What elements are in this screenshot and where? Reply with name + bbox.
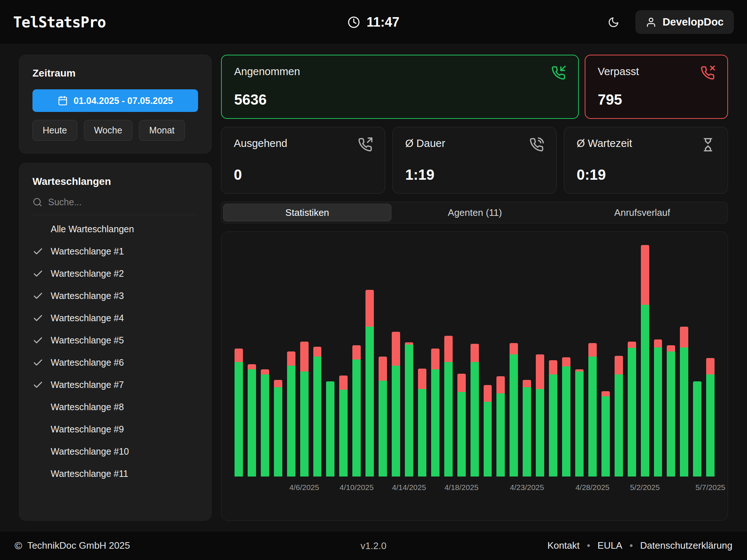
chart-bar-4/12/2025[interactable] <box>379 245 387 477</box>
chart-bar-5/6/2025[interactable] <box>693 245 701 477</box>
tab-agenten-11[interactable]: Agenten (11) <box>391 204 559 221</box>
chart-bar-4/9/2025[interactable] <box>339 245 348 477</box>
queue-item-9[interactable]: Warteschlange #9 <box>32 418 198 440</box>
footer-link-kontakt[interactable]: Kontakt <box>547 540 580 551</box>
queue-item-5[interactable]: Warteschlange #5 <box>32 329 198 351</box>
bar-segment-missed <box>379 357 387 381</box>
bar-segment-answered <box>667 351 675 477</box>
chart-bar-5/4/2025[interactable] <box>667 245 675 477</box>
calls-per-day-chart <box>235 245 715 477</box>
chart-bar-4/17/2025[interactable] <box>444 245 453 477</box>
chart-bar-4/1/2025[interactable] <box>235 245 243 477</box>
chart-bar-4/15/2025[interactable] <box>418 245 426 477</box>
footer-links: Kontakt•EULA•Datenschutzerklärung <box>547 540 732 551</box>
chart-bar-4/27/2025[interactable] <box>575 245 584 477</box>
preset-button-woche[interactable]: Woche <box>84 120 132 141</box>
x-axis-slot <box>418 482 426 496</box>
bar-segment-answered <box>484 402 492 477</box>
check-icon <box>32 268 43 279</box>
chart-bar-5/7/2025[interactable] <box>706 245 715 477</box>
chart-bar-4/22/2025[interactable] <box>510 245 518 477</box>
queue-item-4[interactable]: Warteschlange #4 <box>32 307 198 329</box>
queue-item-10[interactable]: Warteschlange #10 <box>32 440 198 463</box>
bar-segment-missed <box>418 369 426 389</box>
queue-item-3[interactable]: Warteschlange #3 <box>32 285 198 307</box>
stat-label-angenommen: Angenommen <box>234 66 300 78</box>
check-placeholder <box>32 224 43 235</box>
stat-label-verpasst: Verpasst <box>598 66 639 78</box>
separator-dot: • <box>587 540 590 551</box>
chart-bar-4/20/2025[interactable] <box>484 245 492 477</box>
date-range-button[interactable]: 01.04.2025 - 07.05.2025 <box>32 89 198 112</box>
chart-bar-4/23/2025[interactable] <box>523 245 531 477</box>
chart-bar-4/29/2025[interactable] <box>601 245 610 477</box>
chart-bar-4/26/2025[interactable] <box>562 245 570 477</box>
chart-bar-5/5/2025[interactable] <box>680 245 688 477</box>
clock-icon <box>348 16 360 28</box>
x-axis-slot <box>261 482 269 496</box>
x-axis-slot: 4/23/2025 <box>523 482 531 496</box>
bar-segment-missed <box>339 376 348 390</box>
queue-search-input[interactable] <box>48 197 198 207</box>
chart-bar-4/13/2025[interactable] <box>392 245 400 477</box>
queue-item-label: Warteschlange #6 <box>51 357 124 368</box>
chart-bar-4/14/2025[interactable] <box>405 245 413 477</box>
x-axis-slot: 4/28/2025 <box>588 482 597 496</box>
stat-label-wartezeit: Ø Wartezeit <box>577 137 632 149</box>
queue-item-8[interactable]: Warteschlange #8 <box>32 396 198 418</box>
bar-segment-missed <box>274 380 282 387</box>
queue-item-2[interactable]: Warteschlange #2 <box>32 262 198 285</box>
chart-bar-4/24/2025[interactable] <box>536 245 544 477</box>
user-menu-button[interactable]: DevelopDoc <box>635 10 734 34</box>
chart-bar-4/10/2025[interactable] <box>352 245 361 477</box>
chart-bar-4/6/2025[interactable] <box>300 245 309 477</box>
tab-anrufsverlauf[interactable]: Anrufsverlauf <box>558 204 726 221</box>
queue-item-6[interactable]: Warteschlange #6 <box>32 351 198 374</box>
chart-bar-4/2/2025[interactable] <box>248 245 256 477</box>
chart-bar-4/30/2025[interactable] <box>615 245 623 477</box>
chart-x-axis: 4/6/20254/10/20254/14/20254/18/20254/23/… <box>235 482 715 496</box>
chart-bar-4/4/2025[interactable] <box>274 245 282 477</box>
bar-segment-missed <box>654 339 662 347</box>
chart-bar-4/28/2025[interactable] <box>588 245 597 477</box>
queue-item-1[interactable]: Warteschlange #1 <box>32 240 198 262</box>
x-axis-slot <box>654 482 662 496</box>
preset-button-monat[interactable]: Monat <box>139 120 185 141</box>
x-axis-slot <box>248 482 256 496</box>
chart-bar-4/16/2025[interactable] <box>431 245 440 477</box>
bar-segment-missed <box>496 376 505 393</box>
bar-segment-answered <box>418 389 426 477</box>
queue-item-label: Warteschlange #5 <box>51 335 124 346</box>
chart-bar-4/3/2025[interactable] <box>261 245 269 477</box>
bar-segment-answered <box>641 305 649 477</box>
bar-segment-answered <box>365 327 374 477</box>
preset-button-heute[interactable]: Heute <box>32 120 77 141</box>
bar-segment-missed <box>536 354 544 389</box>
queue-item-7[interactable]: Warteschlange #7 <box>32 374 198 396</box>
chart-bar-5/1/2025[interactable] <box>628 245 636 477</box>
tab-statistiken[interactable]: Statistiken <box>223 204 391 221</box>
check-icon <box>32 291 43 302</box>
chart-bar-4/21/2025[interactable] <box>496 245 505 477</box>
bar-segment-answered <box>392 366 400 477</box>
check-placeholder <box>32 446 43 457</box>
date-range-label: 01.04.2025 - 07.05.2025 <box>74 96 173 106</box>
chart-bar-4/19/2025[interactable] <box>471 245 479 477</box>
dark-mode-toggle[interactable] <box>608 16 619 28</box>
chart-bar-4/5/2025[interactable] <box>287 245 295 477</box>
footer-link-datenschutzerklärung[interactable]: Datenschutzerklärung <box>640 540 732 551</box>
chart-bar-4/11/2025[interactable] <box>365 245 374 477</box>
chart-bar-4/8/2025[interactable] <box>326 245 334 477</box>
chart-bar-4/25/2025[interactable] <box>549 245 557 477</box>
chart-card: 4/6/20254/10/20254/14/20254/18/20254/23/… <box>221 232 728 521</box>
chart-bar-5/3/2025[interactable] <box>654 245 662 477</box>
queue-item-11[interactable]: Warteschlange #11 <box>32 463 198 485</box>
queue-item-0[interactable]: Alle Warteschlangen <box>32 218 198 240</box>
footer-link-eula[interactable]: EULA <box>597 540 622 551</box>
check-icon <box>32 380 43 390</box>
chart-bar-5/2/2025[interactable] <box>641 245 649 477</box>
chart-bar-4/18/2025[interactable] <box>457 245 466 477</box>
bar-segment-answered <box>457 392 466 477</box>
chart-bar-4/7/2025[interactable] <box>313 245 322 477</box>
bar-segment-answered <box>471 362 479 477</box>
